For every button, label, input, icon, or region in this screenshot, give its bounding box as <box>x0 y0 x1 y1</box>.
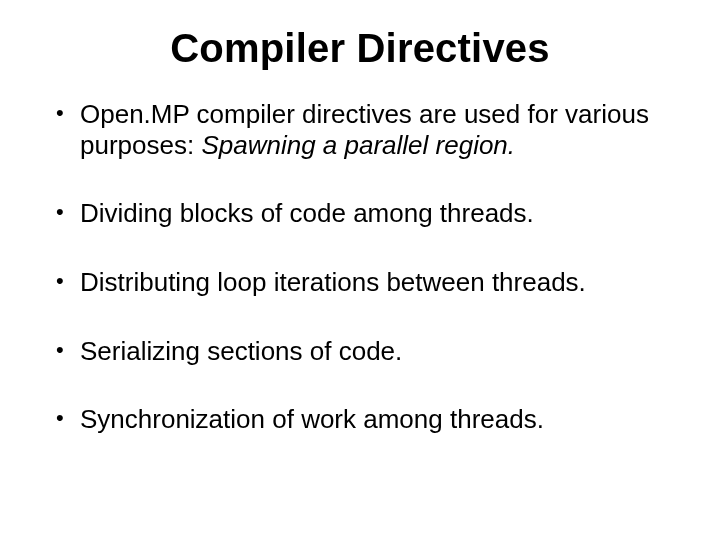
list-item: Dividing blocks of code among threads. <box>50 198 670 229</box>
list-item: Distributing loop iterations between thr… <box>50 267 670 298</box>
slide: Compiler Directives Open.MP compiler dir… <box>0 0 720 540</box>
bullet-list: Open.MP compiler directives are used for… <box>50 99 670 435</box>
slide-title: Compiler Directives <box>50 26 670 71</box>
bullet-text: Distributing loop iterations between thr… <box>80 267 586 297</box>
bullet-text: Synchronization of work among threads. <box>80 404 544 434</box>
list-item: Open.MP compiler directives are used for… <box>50 99 670 160</box>
bullet-text: Dividing blocks of code among threads. <box>80 198 534 228</box>
bullet-text: Serializing sections of code. <box>80 336 402 366</box>
bullet-emphasis: Spawning a parallel region. <box>201 130 515 160</box>
list-item: Serializing sections of code. <box>50 336 670 367</box>
list-item: Synchronization of work among threads. <box>50 404 670 435</box>
